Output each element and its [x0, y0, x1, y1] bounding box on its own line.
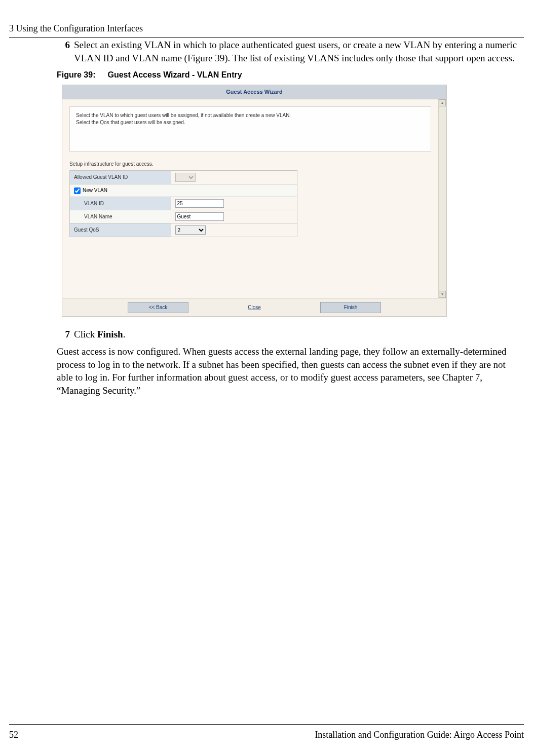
body-paragraph: Guest access is now configured. When gue… — [57, 345, 518, 397]
guest-qos-select[interactable]: 2 — [175, 225, 206, 235]
row-new-vlan: New VLAN — [70, 184, 297, 197]
wizard-button-bar: << Back Close Finish — [62, 298, 446, 316]
chapter-title: 3 Using the Configuration Interfaces — [9, 23, 143, 33]
row-guest-qos: Guest QoS 2 — [70, 223, 297, 237]
row-vlan-id: VLAN ID — [70, 197, 297, 210]
scroll-down-icon[interactable]: ▾ — [439, 291, 446, 298]
new-vlan-checkbox[interactable] — [74, 187, 81, 194]
wizard-instruction-1: Select the VLAN to which guest users wil… — [76, 112, 425, 120]
page-header: 3 Using the Configuration Interfaces — [9, 22, 524, 38]
finish-button[interactable]: Finish — [320, 302, 381, 313]
step-6: 6 Select an existing VLAN in which to pl… — [57, 39, 518, 64]
page-content: 6 Select an existing VLAN in which to pl… — [57, 39, 518, 397]
back-button[interactable]: << Back — [128, 302, 188, 313]
wizard-scrollbar[interactable]: ▴ ▾ — [438, 99, 446, 298]
figure-number: Figure 39: — [57, 70, 95, 79]
label-guest-qos: Guest QoS — [70, 223, 171, 237]
step-7-text: Click Finish. — [74, 328, 518, 341]
step-7-number: 7 — [57, 328, 74, 341]
close-link[interactable]: Close — [224, 304, 285, 311]
label-vlan-name: VLAN Name — [70, 210, 171, 223]
vlan-name-input[interactable] — [175, 212, 224, 221]
wizard-body: Select the VLAN to which guest users wil… — [62, 99, 438, 298]
figure-title: Guest Access Wizard - VLAN Entry — [107, 70, 242, 79]
wizard-section-label: Setup infrastructure for guest access. — [62, 159, 438, 171]
wizard-form-table: Allowed Guest VLAN ID New VLAN VLAN ID — [69, 170, 297, 237]
label-allowed-vlan: Allowed Guest VLAN ID — [70, 171, 171, 184]
step-6-text: Select an existing VLAN in which to plac… — [74, 39, 518, 64]
wizard-title: Guest Access Wizard — [62, 85, 446, 99]
vlan-id-input[interactable] — [175, 199, 224, 208]
page-footer: 52 Installation and Configuration Guide:… — [9, 724, 524, 741]
label-vlan-id: VLAN ID — [70, 197, 171, 210]
wizard-instruction-2: Select the Qos that guest users will be … — [76, 119, 425, 127]
step-7: 7 Click Finish. — [57, 328, 518, 341]
step-7-bold: Finish — [97, 329, 123, 339]
label-new-vlan: New VLAN — [83, 187, 107, 193]
row-vlan-name: VLAN Name — [70, 210, 297, 223]
scroll-up-icon[interactable]: ▴ — [439, 99, 446, 106]
footer-title: Installation and Configuration Guide: Ai… — [315, 729, 524, 741]
wizard-instructions: Select the VLAN to which guest users wil… — [69, 106, 431, 152]
step-6-number: 6 — [57, 39, 74, 64]
page-number: 52 — [9, 729, 18, 741]
wizard-panel: Guest Access Wizard Select the VLAN to w… — [62, 85, 447, 317]
step-7-post: . — [123, 329, 126, 339]
row-allowed-vlan: Allowed Guest VLAN ID — [70, 171, 297, 184]
figure-caption: Figure 39:Guest Access Wizard - VLAN Ent… — [57, 69, 518, 81]
step-7-pre: Click — [74, 329, 97, 339]
allowed-vlan-select[interactable] — [175, 173, 196, 182]
wizard-spacer — [62, 237, 438, 298]
